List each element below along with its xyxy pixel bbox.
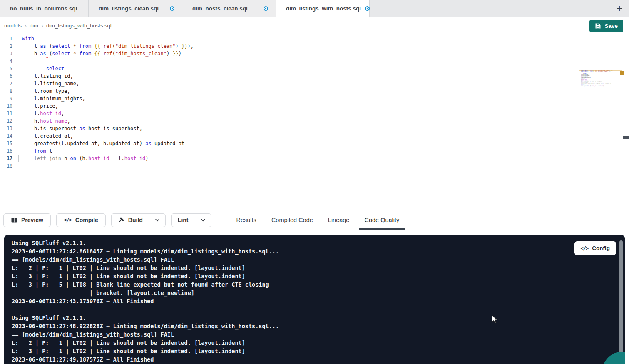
panel-tab-compiled-code[interactable]: Compiled Code — [270, 210, 314, 230]
save-button[interactable]: Save — [589, 20, 623, 32]
panel-tab-label: Lineage — [328, 217, 350, 223]
panel-tabs: ResultsCompiled CodeLineageCode Quality — [235, 210, 401, 230]
save-icon — [595, 23, 601, 29]
code-line: select — [22, 65, 576, 72]
line-number: 2 — [0, 42, 12, 50]
action-toolbar: Preview </> Compile Build Lint — [0, 210, 629, 230]
minimap-line — [579, 87, 610, 88]
line-number: 13 — [0, 125, 12, 132]
code-line — [22, 162, 576, 170]
panel-tab-label: Results — [236, 217, 256, 223]
tab-modified-dot-icon — [264, 6, 268, 11]
line-number: 17 — [0, 155, 12, 162]
code-line: l.price, — [22, 102, 576, 110]
code-line: l.created_at, — [22, 132, 576, 140]
line-number: 4 — [0, 57, 12, 65]
panel-tab-label: Compiled Code — [271, 217, 313, 223]
tab-label: dim_listings_clean.sql — [99, 5, 159, 12]
code-line: l.host_id, — [22, 110, 576, 117]
minimap-line: h as (select * from {{ ref("dim_hosts_cl… — [579, 71, 610, 72]
lint-dropdown-button[interactable] — [195, 214, 211, 227]
build-button-label: Build — [128, 217, 143, 223]
code-line: l as (select * from {{ ref("dim_listings… — [22, 42, 576, 50]
build-button-group: Build — [111, 213, 166, 227]
code-line: l.minimum_nights, — [22, 95, 576, 102]
scroll-position-marker[interactable] — [623, 136, 629, 139]
line-number: 5 — [0, 65, 12, 72]
code-icon: </> — [581, 245, 589, 251]
line-number: 11 — [0, 110, 12, 117]
code-editor[interactable]: 123456789101112131415161718 with l as (s… — [0, 34, 629, 210]
code-line: h.is_superhost as host_is_superhost, — [22, 125, 576, 132]
line-number: 14 — [0, 132, 12, 140]
tab-dim_hosts_clean.sql[interactable]: dim_hosts_clean.sql — [182, 0, 276, 17]
tab-label: dim_listings_with_hosts.sql — [286, 5, 361, 12]
minimap[interactable]: with l as (select * from {{ ref("dim_lis… — [579, 69, 610, 88]
line-number: 10 — [0, 102, 12, 110]
save-button-label: Save — [604, 23, 618, 29]
code-line: left join h on (h.host_id = l.host_id) — [22, 155, 576, 162]
panel-tab-lineage[interactable]: Lineage — [327, 210, 351, 230]
preview-button[interactable]: Preview — [3, 213, 51, 227]
chevron-down-icon — [200, 217, 206, 223]
tab-label: dim_hosts_clean.sql — [192, 5, 248, 12]
line-number: 15 — [0, 140, 12, 147]
line-number: 6 — [0, 72, 12, 80]
code-line: greatest(l.updated_at, h.updated_at) as … — [22, 140, 576, 147]
breadcrumb-separator-icon: › — [25, 22, 27, 29]
editor-gutter: 123456789101112131415161718 — [0, 35, 12, 170]
line-number: 8 — [0, 87, 12, 95]
breadcrumb-separator-icon: › — [41, 22, 43, 29]
code-line: from l — [22, 147, 576, 155]
tab-dim_listings_clean.sql[interactable]: dim_listings_clean.sql — [89, 0, 182, 17]
breadcrumb-item[interactable]: dim — [30, 22, 38, 29]
warning-marker — [620, 71, 624, 75]
build-dropdown-button[interactable] — [149, 214, 165, 227]
line-number: 3 — [0, 50, 12, 57]
terminal-scrollbar[interactable] — [619, 240, 623, 360]
breadcrumb-item[interactable]: models — [4, 22, 22, 29]
lint-button[interactable]: Lint — [172, 214, 195, 227]
code-line: l.room_type, — [22, 87, 576, 95]
build-button[interactable]: Build — [112, 214, 149, 227]
config-button[interactable]: </> Config — [574, 241, 616, 255]
panel-tab-code-quality[interactable]: Code Quality — [363, 210, 400, 230]
compile-button-label: Compile — [75, 217, 98, 223]
compile-button[interactable]: </> Compile — [56, 213, 106, 227]
tab-modified-dot-icon — [365, 6, 370, 11]
breadcrumb-item[interactable]: dim_listings_with_hosts.sql — [46, 22, 112, 29]
plus-icon: + — [617, 2, 623, 15]
tab-no_nulls_in_columns.sql[interactable]: no_nulls_in_columns.sql — [0, 0, 89, 17]
code-line: with — [22, 35, 576, 42]
code-line — [22, 57, 576, 65]
editor-code-area[interactable]: with l as (select * from {{ ref("dim_lis… — [22, 35, 576, 170]
tab-modified-dot-icon — [170, 6, 174, 11]
code-line: l.listing_id, — [22, 72, 576, 80]
line-number: 9 — [0, 95, 12, 102]
line-number: 1 — [0, 35, 12, 42]
code-line: h.host_name, — [22, 117, 576, 125]
panel-tab-label: Code Quality — [364, 217, 399, 223]
code-line: l.listing_name, — [22, 80, 576, 87]
chevron-down-icon — [154, 217, 160, 223]
code-line: h as (select * from {{ ref("dim_hosts_cl… — [22, 50, 576, 57]
breadcrumb: models›dim›dim_listings_with_hosts.sql — [0, 17, 629, 34]
terminal-panel: Using SQLFluff v2.1.1. 2023-06-06T11:27:… — [4, 235, 625, 364]
line-number: 7 — [0, 80, 12, 87]
code-icon: </> — [64, 217, 72, 223]
file-tab-bar: no_nulls_in_columns.sqldim_listings_clea… — [0, 0, 629, 17]
preview-button-label: Preview — [21, 217, 43, 223]
terminal-output: Using SQLFluff v2.1.1. 2023-06-06T11:27:… — [4, 235, 625, 364]
panel-tab-results[interactable]: Results — [235, 210, 258, 230]
line-number: 12 — [0, 117, 12, 125]
tab-label: no_nulls_in_columns.sql — [10, 5, 77, 12]
grid-icon — [11, 217, 17, 223]
hammer-icon — [118, 217, 124, 223]
line-number: 18 — [0, 162, 12, 170]
lint-button-group: Lint — [171, 213, 211, 227]
new-tab-button[interactable]: + — [610, 0, 629, 17]
lint-button-label: Lint — [178, 217, 189, 223]
config-button-label: Config — [592, 245, 610, 251]
tab-dim_listings_with_hosts.sql[interactable]: dim_listings_with_hosts.sql — [276, 0, 370, 17]
line-number: 16 — [0, 147, 12, 155]
